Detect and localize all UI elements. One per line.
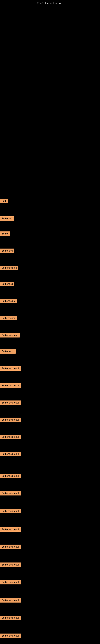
list-item: Bottleneck result [0,418,21,423]
bottleneck-result-badge[interactable]: Bottl [0,199,8,203]
bottleneck-result-badge[interactable]: Bottleneck result [0,452,21,456]
bottleneck-result-badge[interactable]: Bottleneck res [0,266,18,270]
list-item: Bottleneck result [0,384,21,388]
list-item: Bottleneck re [0,299,17,304]
list-item: Bottleneck result [0,491,21,496]
list-item: Bottleneck resu [0,333,20,338]
list-item: Bottleneck result [0,616,21,621]
bottleneck-result-badge[interactable]: Bottleneck [0,216,14,221]
list-item: Bottleneck result [0,544,21,550]
bottleneck-result-badge[interactable]: Bottleneck result [0,634,21,638]
list-item: Bottleneck [0,248,14,254]
bottleneck-result-badge[interactable]: Bottleneck result [0,544,21,549]
bottleneck-result-badge[interactable]: Bottleneck result [0,580,21,584]
bottleneck-result-badge[interactable]: Bottleneck result [0,418,21,422]
list-item: Bottleneck result [0,474,21,479]
bottleneck-result-badge[interactable]: Bottleneck [0,282,14,286]
list-item: Bottleneck result [0,562,21,568]
bottleneck-result-badge[interactable]: Bottleneck result [0,616,21,620]
bottleneck-result-badge[interactable]: Bottleneck result [0,527,21,532]
bottleneck-result-badge[interactable]: Bottleneck result [0,474,21,478]
bottleneck-result-badge[interactable]: Bottleneck result [0,598,21,602]
bottleneck-result-badge[interactable]: Bottlenecked [0,316,17,320]
bottleneck-result-badge[interactable]: Bottleneck result [0,491,21,496]
bottleneck-result-badge[interactable]: Bottleneck result [0,562,21,567]
list-item: Bottleneck result [0,580,21,585]
bottleneck-result-badge[interactable]: Bottleneck resu [0,333,20,338]
list-item: Bottleneck result [0,366,21,372]
list-item: Bottleneck [0,282,14,287]
bottleneck-result-badge[interactable]: Bottler [0,232,10,236]
bottleneck-result-badge[interactable]: Bottleneck result [0,509,21,514]
list-item: Bottl [0,199,8,204]
bottleneck-result-badge[interactable]: Bottleneck result [0,400,21,405]
list-item: Bottler [0,232,10,237]
bottleneck-result-badge[interactable]: Bottleneck r [0,349,16,354]
bottleneck-result-badge[interactable]: Bottleneck result [0,384,21,388]
list-item: Bottleneck result [0,452,21,457]
list-item: Bottleneck result [0,509,21,514]
bottleneck-result-badge[interactable]: Bottleneck result [0,435,21,439]
list-item: Bottleneck r [0,349,16,354]
list-item: Bottleneck result [0,435,21,440]
list-item: Bottleneck result [0,598,21,603]
list-item: Bottleneck result [0,634,21,639]
bottleneck-result-badge[interactable]: Bottleneck [0,248,14,253]
list-item: Bottleneck result [0,400,21,406]
list-item: Bottleneck result [0,527,21,532]
bottleneck-result-badge[interactable]: Bottleneck re [0,299,17,303]
site-title: TheBottlenecker.com [0,0,100,6]
list-item: Bottlenecked [0,316,17,321]
list-item: Bottleneck res [0,266,18,271]
list-item: Bottleneck [0,216,14,222]
bottleneck-result-badge[interactable]: Bottleneck result [0,366,21,371]
